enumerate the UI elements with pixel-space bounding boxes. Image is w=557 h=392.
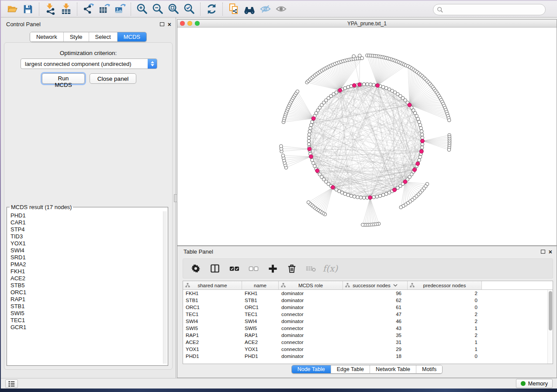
optimization-criterion-label: Optimization criterion:	[4, 50, 172, 56]
column-header-successor-nodes[interactable]: successor nodes	[343, 281, 408, 289]
close-panel-button[interactable]: Close panel	[90, 73, 136, 84]
network-window-titlebar[interactable]: YPA_prune.txt_1	[177, 20, 557, 28]
tab-motifs[interactable]: Motifs	[416, 365, 442, 373]
list-scrollbar[interactable]	[163, 211, 167, 364]
task-history-button[interactable]	[5, 379, 18, 388]
attribute-tree-icon	[410, 283, 415, 288]
list-item[interactable]: FKH1	[10, 268, 168, 275]
list-item[interactable]: GCR1	[10, 324, 168, 331]
status-bar: Memory	[1, 378, 557, 389]
list-item[interactable]: RAP1	[10, 296, 168, 303]
zoom-out-button[interactable]	[150, 2, 166, 17]
export-network-icon	[83, 3, 94, 15]
network-canvas[interactable]	[177, 28, 557, 245]
scrollbar-thumb[interactable]	[549, 291, 552, 330]
import-table-button[interactable]	[58, 2, 74, 17]
search-input[interactable]	[446, 7, 537, 13]
table-settings-button[interactable]	[189, 262, 202, 275]
export-image-button[interactable]	[112, 2, 128, 17]
deselect-all-button[interactable]	[247, 262, 260, 275]
table-row[interactable]: RAP1 RAP1 dominator 35 2	[183, 332, 553, 339]
list-item[interactable]: SWI5	[10, 310, 168, 317]
list-item[interactable]: PMA2	[10, 261, 168, 268]
tab-network-table[interactable]: Network Table	[370, 365, 416, 373]
table-row[interactable]: PHD1 PHD1 dominator 18 0	[183, 353, 553, 360]
list-item[interactable]: STB5	[10, 282, 168, 289]
list-item[interactable]: CAR1	[10, 219, 168, 226]
memory-label: Memory	[528, 381, 548, 387]
zoom-in-button[interactable]	[134, 2, 150, 17]
list-item[interactable]: SRD1	[10, 254, 168, 261]
select-all-button[interactable]	[228, 262, 241, 275]
refresh-view-button[interactable]	[204, 2, 219, 17]
close-panel-icon[interactable]: ×	[549, 250, 552, 254]
delete-table-button[interactable]	[304, 262, 318, 275]
close-panel-icon[interactable]: ×	[168, 22, 171, 27]
memory-button[interactable]: Memory	[516, 379, 553, 388]
column-header-mcds-role[interactable]: MCDS role	[279, 281, 343, 289]
list-item[interactable]: TEC1	[10, 317, 168, 324]
list-item[interactable]: TID3	[10, 233, 168, 240]
plus-icon	[268, 264, 278, 274]
search-box[interactable]	[433, 4, 546, 15]
export-network-button[interactable]	[80, 2, 96, 17]
list-item[interactable]: ACE2	[10, 275, 168, 282]
list-item[interactable]: SWI4	[10, 247, 168, 254]
open-file-button[interactable]	[4, 2, 20, 17]
tab-network[interactable]: Network	[30, 32, 64, 41]
search-network-button[interactable]	[242, 2, 257, 17]
save-session-button[interactable]	[20, 2, 36, 17]
export-table-button[interactable]	[96, 2, 112, 17]
split-view-button[interactable]	[208, 262, 221, 275]
criterion-select[interactable]: largest connected component (undirected)	[21, 58, 157, 69]
table-scrollbar[interactable]	[547, 290, 553, 364]
table-panel-title: Table Panel	[183, 248, 213, 255]
zoom-in-icon	[136, 3, 148, 15]
table-row[interactable]: SWI4 SWI4 dominator 46 2	[183, 318, 553, 325]
add-column-button[interactable]	[266, 262, 279, 275]
export-table-icon	[98, 3, 110, 15]
table-row[interactable]: TEC1 TEC1 connector 47 2	[183, 311, 553, 318]
import-network-button[interactable]	[42, 2, 58, 17]
float-window-icon[interactable]	[541, 250, 545, 254]
tab-style[interactable]: Style	[64, 32, 89, 41]
export-image-icon	[114, 3, 126, 15]
tab-edge-table[interactable]: Edge Table	[331, 365, 370, 373]
desktop-edge	[0, 0, 1, 389]
tab-mcds[interactable]: MCDS	[118, 32, 146, 41]
table-panel: Table Panel ×	[177, 246, 557, 378]
table-row[interactable]: SWI5 SWI5 connector 43 1	[183, 325, 553, 332]
run-mcds-button[interactable]: Run MCDS	[42, 73, 85, 84]
float-window-icon[interactable]	[160, 22, 164, 26]
zoom-selected-icon	[183, 3, 195, 15]
function-builder-button[interactable]: f(x)	[324, 262, 337, 275]
unchecked-boxes-icon	[249, 264, 259, 274]
list-item[interactable]: STP4	[10, 226, 168, 233]
hide-selected-button[interactable]	[257, 2, 273, 17]
column-header-shared-name[interactable]: shared name	[183, 281, 242, 289]
delete-column-button[interactable]	[285, 262, 298, 275]
list-icon	[8, 381, 15, 387]
copy-network-button[interactable]	[226, 2, 242, 17]
column-header-name[interactable]: name	[242, 281, 279, 289]
control-panel: Control Panel × Network Style Select MCD…	[1, 17, 176, 378]
table-row[interactable]: STB1 STB1 dominator 62 0	[183, 297, 553, 304]
zoom-fit-button[interactable]	[166, 2, 181, 17]
show-all-button[interactable]	[273, 2, 289, 17]
zoom-selected-button[interactable]	[181, 2, 197, 17]
list-item[interactable]: PHD1	[10, 212, 168, 219]
column-header-predecessor-nodes[interactable]: predecessor nodes	[408, 281, 482, 289]
table-row[interactable]: YOX1 YOX1 connector 29 1	[183, 346, 553, 353]
table-row[interactable]: FKH1 FKH1 dominator 96 2	[183, 290, 553, 297]
table-row[interactable]: ACE2 ACE2 connector 31 1	[183, 339, 553, 346]
control-panel-tab-bar: Network Style Select MCDS	[30, 32, 147, 42]
table-row[interactable]: ORC1 ORC1 dominator 61 0	[183, 304, 553, 311]
tab-node-table[interactable]: Node Table	[292, 365, 331, 373]
refresh-icon	[206, 3, 218, 15]
list-item[interactable]: STB1	[10, 303, 168, 310]
list-item[interactable]: ORC1	[10, 289, 168, 296]
network-graph[interactable]	[177, 28, 556, 245]
panel-splitter-handle[interactable]	[174, 194, 177, 202]
tab-select[interactable]: Select	[89, 32, 118, 41]
list-item[interactable]: YOX1	[10, 240, 168, 247]
